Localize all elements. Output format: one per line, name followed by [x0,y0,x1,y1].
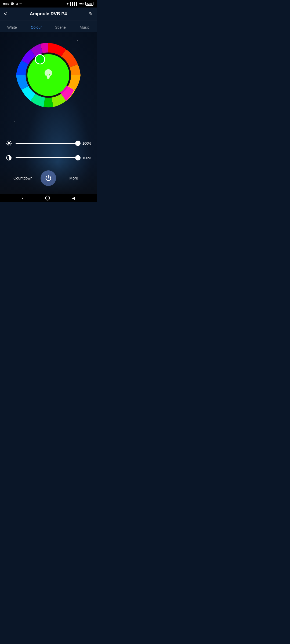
svg-rect-5 [47,77,50,78]
chat-icon: ⊙ [16,2,18,6]
countdown-button[interactable]: Countdown [5,176,41,180]
tab-scene[interactable]: Scene [48,25,73,32]
svg-line-14 [7,141,8,142]
bluetooth-icon: ✦ [66,2,69,6]
svg-line-15 [10,145,11,145]
brightness-track[interactable] [16,143,78,144]
status-right: ✦ ▌▌▌▌ wifi 83% [66,2,93,6]
status-bar: 9:59 💬 ⊙ ··· ✦ ▌▌▌▌ wifi 83% [0,0,97,8]
sun-icon [5,140,12,147]
color-wheel-svg [13,40,83,110]
saturation-track[interactable] [16,157,78,158]
dots-icon: ··· [19,2,22,5]
brightness-slider-row: 100% [5,140,91,147]
tabs: White Colour Scene Music [0,20,97,32]
time: 9:59 [3,2,9,5]
tab-colour[interactable]: Colour [24,25,48,32]
wifi-icon: wifi [79,2,84,5]
brightness-thumb[interactable] [75,141,81,146]
color-wheel[interactable] [13,40,83,110]
power-button[interactable] [41,170,56,186]
tab-music[interactable]: Music [73,25,97,32]
edit-button[interactable]: ✎ [89,11,93,17]
saturation-fill [16,157,78,158]
brightness-value: 100% [81,141,91,145]
svg-rect-6 [47,78,49,79]
back-button[interactable]: < [4,11,7,17]
saturation-thumb[interactable] [75,155,81,160]
svg-point-9 [8,142,10,145]
saturation-value: 100% [81,156,91,160]
signal-icon: ▌▌▌▌ [70,2,78,5]
tab-white[interactable]: White [0,25,24,32]
svg-line-16 [7,145,8,145]
more-button[interactable]: More [56,176,91,180]
nav-back-button[interactable]: ◀ [72,196,75,200]
saturation-slider-row: 100% [5,154,91,161]
svg-line-17 [10,141,11,142]
svg-rect-4 [47,76,50,77]
brightness-fill [16,143,78,144]
page-title: Ampoule RVB P4 [30,11,67,17]
status-left: 9:59 💬 ⊙ ··· [3,2,22,6]
color-wheel-handle[interactable] [35,54,45,64]
header: < Ampoule RVB P4 ✎ [0,8,97,20]
nav-home-button[interactable] [45,196,50,200]
main-content: 100% 100% Countdown [0,32,97,194]
messenger-icon: 💬 [10,2,14,6]
svg-point-3 [45,69,52,77]
contrast-icon [5,154,12,161]
nav-bar: ▪ ◀ [0,194,97,202]
nav-square-button[interactable]: ▪ [22,196,23,200]
battery-icon: 83% [85,2,93,6]
bottom-bar: Countdown More [0,169,97,187]
